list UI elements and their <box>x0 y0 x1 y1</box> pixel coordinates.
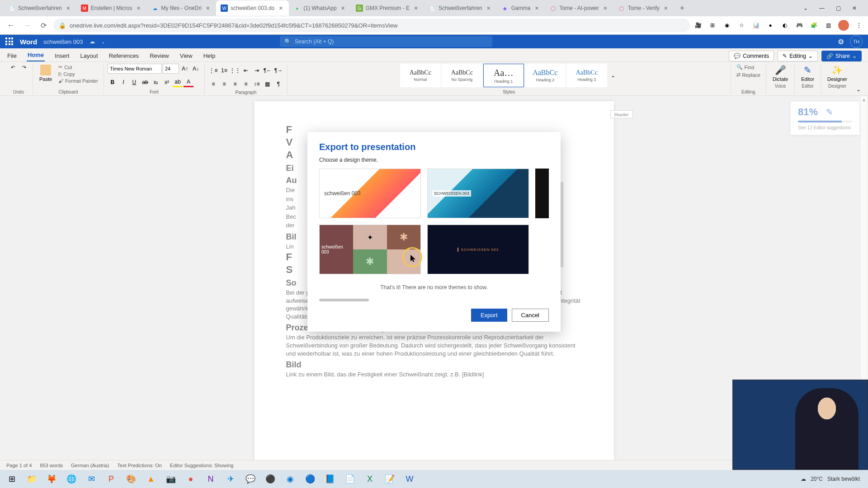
status-words[interactable]: 853 words <box>40 463 63 468</box>
status-lang[interactable]: German (Austria) <box>71 463 109 468</box>
underline-button[interactable]: U <box>129 77 139 87</box>
comments-button[interactable]: 💬 Comments <box>729 51 774 61</box>
doc-name[interactable]: schweißen 003 <box>43 38 83 45</box>
find-button[interactable]: 🔍 Find <box>735 64 756 70</box>
close-icon[interactable]: × <box>204 5 212 12</box>
shrink-font-icon[interactable]: A↓ <box>191 64 201 74</box>
tab-help[interactable]: Help <box>203 50 217 61</box>
menu-icon[interactable]: ⋮ <box>854 21 863 30</box>
ext-icon[interactable]: 🧩 <box>809 21 818 30</box>
tab-home[interactable]: Home <box>27 49 45 61</box>
word-icon[interactable]: W <box>401 470 419 488</box>
replace-button[interactable]: ⇄ Replace <box>735 71 762 78</box>
share-button[interactable]: 🔗 Share ⌄ <box>821 51 862 61</box>
app-icon[interactable]: 🔵 <box>301 470 319 488</box>
highlight-button[interactable]: ab <box>173 77 183 87</box>
start-icon[interactable]: ⊞ <box>3 470 21 488</box>
tab-2[interactable]: ☁My files - OneDri× <box>147 0 216 16</box>
url-input[interactable]: 🔒 onedrive.live.com/edit.aspx?resid=3DE0… <box>53 19 690 32</box>
style-nospacing[interactable]: AaBbCcNo Spacing <box>442 64 482 87</box>
ltr-icon[interactable]: ¶← <box>263 66 273 75</box>
font-select[interactable]: Times New Roman <box>108 64 162 74</box>
undo-button[interactable]: ↶ <box>8 64 18 71</box>
app-icon[interactable]: 🎨 <box>122 470 140 488</box>
tab-9[interactable]: ◯Tome - Verify× <box>613 0 674 16</box>
export-button[interactable]: Export <box>471 309 507 322</box>
back-icon[interactable]: ← <box>5 19 17 32</box>
designer-button[interactable]: ✨Designer <box>825 64 850 83</box>
close-icon[interactable]: × <box>485 5 492 12</box>
theme-option-3[interactable]: schweißen 003 ✦ ✱ ✱ <box>319 225 421 274</box>
explorer-icon[interactable]: 📁 <box>23 470 41 488</box>
modal-scrollbar[interactable] <box>561 182 563 267</box>
search-input[interactable]: 🔍 Search (Alt + Q) <box>280 36 492 47</box>
ext-icon[interactable]: ● <box>766 21 775 30</box>
app-icon[interactable]: 📄 <box>341 470 359 488</box>
format-painter-button[interactable]: 🖌 Format Painter <box>57 78 100 84</box>
onenote-icon[interactable]: N <box>202 470 220 488</box>
app-icon[interactable]: ● <box>182 470 200 488</box>
decrease-indent-icon[interactable]: ⇤ <box>241 66 251 75</box>
outlook-icon[interactable]: ✉ <box>82 470 100 488</box>
close-icon[interactable]: × <box>277 5 284 12</box>
ext-icon[interactable]: ◐ <box>780 21 789 30</box>
align-right-icon[interactable]: ≡ <box>230 79 240 89</box>
tab-0[interactable]: 📄Schweißverfahren× <box>4 0 76 16</box>
ext-icon[interactable]: 📊 <box>751 21 760 30</box>
powerpoint-icon[interactable]: P <box>102 470 120 488</box>
align-left-icon[interactable]: ≡ <box>208 79 218 89</box>
grow-font-icon[interactable]: A↑ <box>180 64 190 74</box>
theme-peek[interactable] <box>535 169 549 218</box>
paste-button[interactable]: Paste <box>37 64 55 83</box>
show-marks-icon[interactable]: ¶ <box>274 79 283 89</box>
excel-icon[interactable]: X <box>361 470 379 488</box>
style-heading3[interactable]: AaBbCcHeading 3 <box>566 64 607 87</box>
chrome-icon[interactable]: 🌐 <box>62 470 80 488</box>
shading-icon[interactable]: ▦ <box>263 79 273 89</box>
strike-button[interactable]: ab <box>140 77 150 87</box>
chevron-down-icon[interactable]: ⌄ <box>799 2 812 14</box>
status-suggestions[interactable]: Editor Suggestions: Showing <box>170 463 234 468</box>
weather-icon[interactable]: ☁ <box>801 476 806 482</box>
obs-icon[interactable]: ⚫ <box>261 470 279 488</box>
tab-insert[interactable]: Insert <box>54 50 71 61</box>
close-icon[interactable]: × <box>533 5 540 12</box>
bold-button[interactable]: B <box>108 77 118 87</box>
editing-button[interactable]: ✎ Editing ⌄ <box>778 51 818 61</box>
italic-button[interactable]: I <box>118 77 128 87</box>
ext-icon[interactable]: ◉ <box>722 21 731 30</box>
profile-avatar[interactable] <box>838 20 849 31</box>
close-icon[interactable]: × <box>65 5 72 12</box>
close-icon[interactable]: × <box>412 5 420 12</box>
theme-option-1[interactable]: schweißen 003 <box>319 169 421 218</box>
close-icon[interactable]: ✕ <box>848 2 861 14</box>
theme-scrollbar[interactable] <box>319 299 369 301</box>
theme-option-4[interactable]: SCHWEISSEN 003 <box>427 225 529 274</box>
styles-more-icon[interactable]: ⌄ <box>608 70 618 80</box>
cut-button[interactable]: ✂ Cut <box>57 64 100 70</box>
tab-8[interactable]: ◯Tome - AI-power× <box>545 0 613 16</box>
collapse-ribbon-icon[interactable]: ⌄ <box>854 84 863 94</box>
reload-icon[interactable]: ⟳ <box>37 19 50 32</box>
close-icon[interactable]: × <box>602 5 609 12</box>
align-center-icon[interactable]: ≡ <box>219 79 229 89</box>
gear-icon[interactable]: ⚙ <box>836 37 845 46</box>
weather-desc[interactable]: Stark bewölkt <box>827 476 860 482</box>
subscript-button[interactable]: x₂ <box>151 77 161 87</box>
weather-temp[interactable]: 20°C <box>811 476 823 482</box>
increase-indent-icon[interactable]: ⇥ <box>252 66 262 75</box>
close-icon[interactable]: × <box>340 5 347 12</box>
ext-icon[interactable]: ▥ <box>824 21 833 30</box>
justify-icon[interactable]: ≡ <box>241 79 251 89</box>
multilevel-icon[interactable]: ⋮⋮ <box>230 66 240 75</box>
user-avatar[interactable]: TH <box>850 35 863 48</box>
size-select[interactable]: 24 <box>163 64 179 74</box>
superscript-button[interactable]: x² <box>162 77 172 87</box>
bullets-icon[interactable]: ⋮≡ <box>208 66 218 75</box>
status-page[interactable]: Page 1 of 4 <box>6 463 32 468</box>
tab-4[interactable]: ●(1) WhatsApp× <box>289 0 351 16</box>
app-icon[interactable]: 📘 <box>321 470 339 488</box>
ext-icon[interactable]: 🎥 <box>693 21 703 30</box>
app-icon[interactable]: 💬 <box>241 470 259 488</box>
new-tab-button[interactable]: + <box>676 2 689 14</box>
